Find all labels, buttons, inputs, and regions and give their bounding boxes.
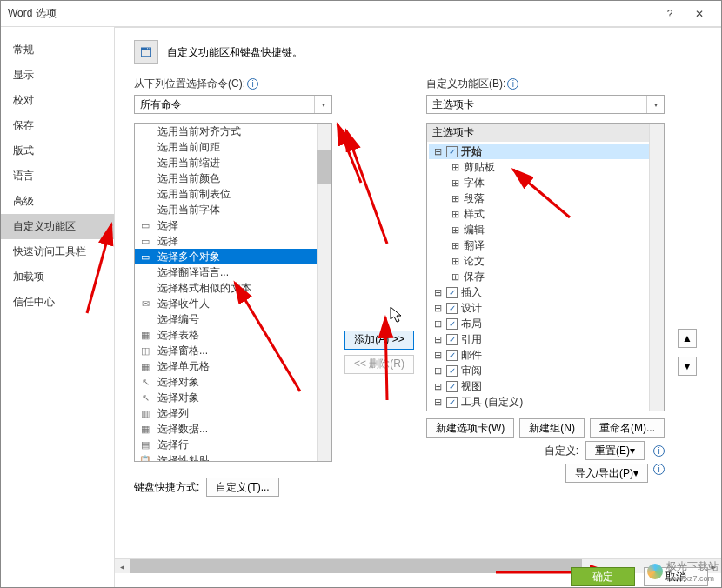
sidebar-item[interactable]: 语言 [1, 164, 114, 189]
new-tab-button[interactable]: 新建选项卡(W) [426, 418, 514, 438]
sidebar-item[interactable]: 加载项 [1, 264, 114, 290]
new-group-button[interactable]: 新建组(N) [519, 418, 585, 438]
import-export-dropdown[interactable]: 导入/导出(P) ▾ [565, 464, 648, 483]
remove-button[interactable]: << 删除(R) [344, 355, 414, 374]
expand-icon[interactable]: ⊞ [450, 240, 460, 251]
commands-source-dropdown[interactable]: 所有命令 ▾ [134, 95, 332, 114]
move-up-button[interactable]: ▲ [678, 329, 697, 348]
tree-node[interactable]: ⊞✓审阅 [429, 363, 662, 378]
scroll-thumb[interactable] [317, 150, 331, 184]
command-item[interactable]: ↖选择对象 [135, 390, 331, 405]
command-item[interactable]: 选用当前对齐方式 [135, 124, 331, 139]
expand-icon[interactable]: ⊞ [450, 271, 460, 283]
command-item[interactable]: ▦选择表格 [135, 327, 331, 343]
command-item[interactable]: 选择编号 [135, 311, 331, 327]
checkbox[interactable]: ✓ [446, 365, 458, 377]
command-item[interactable]: ▭选择▸ [135, 233, 331, 249]
scroll-left-icon[interactable]: ◂ [115, 559, 130, 574]
rename-button[interactable]: 重命名(M)... [590, 418, 665, 438]
expand-icon[interactable]: ⊟ [432, 146, 443, 157]
command-item[interactable]: ✉选择收件人▸ [135, 296, 331, 311]
checkbox[interactable]: ✓ [446, 146, 458, 157]
expand-icon[interactable]: ⊞ [432, 397, 443, 408]
expand-icon[interactable]: ⊞ [432, 318, 443, 330]
checkbox[interactable]: ✓ [446, 318, 458, 330]
command-item[interactable]: ▭选择▸ [135, 217, 331, 233]
command-item[interactable]: 选用当前字体 [135, 202, 331, 217]
tree-node[interactable]: ⊞保存 [429, 269, 662, 284]
checkbox[interactable]: ✓ [446, 397, 458, 408]
tree-node[interactable]: ⊞✓视图 [429, 378, 662, 394]
command-item[interactable]: 选用当前制表位 [135, 186, 331, 202]
expand-icon[interactable]: ⊞ [432, 381, 443, 392]
sidebar-item[interactable]: 信任中心 [1, 290, 114, 315]
commands-listbox[interactable]: 选用当前对齐方式选用当前间距选用当前缩进选用当前颜色选用当前制表位选用当前字体▭… [134, 123, 332, 462]
checkbox[interactable]: ✓ [446, 287, 458, 298]
tree-node[interactable]: ⊞✓引用 [429, 331, 662, 347]
expand-icon[interactable]: ⊞ [450, 224, 460, 236]
customize-kb-button[interactable]: 自定义(T)... [206, 478, 278, 497]
tree-node[interactable]: ⊞✓邮件 [429, 347, 662, 363]
command-item[interactable]: ▤选择行 [135, 437, 331, 452]
tree-node[interactable]: ⊞✓布局 [429, 316, 662, 331]
tree-node[interactable]: ⊟✓开始 [429, 144, 662, 159]
scroll-thumb[interactable] [130, 559, 582, 573]
tree-node[interactable]: ⊞✓设计 [429, 300, 662, 316]
command-item[interactable]: ▦选择单元格 [135, 358, 331, 374]
help-icon[interactable]: i [653, 445, 665, 457]
command-item[interactable]: 📋选择性粘贴... [135, 452, 331, 462]
help-icon[interactable]: i [507, 78, 518, 90]
sidebar-item[interactable]: 高级 [1, 189, 114, 214]
command-item[interactable]: 选用当前缩进 [135, 155, 331, 170]
scrollbar[interactable] [649, 124, 664, 411]
command-item[interactable]: 选择翻译语言... [135, 264, 331, 280]
expand-icon[interactable]: ⊞ [432, 334, 443, 345]
checkbox[interactable]: ✓ [446, 350, 458, 361]
expand-icon[interactable]: ⊞ [432, 350, 443, 361]
expand-icon[interactable]: ⊞ [432, 303, 443, 314]
tree-node[interactable]: ⊞样式 [429, 206, 662, 222]
sidebar-item[interactable]: 常规 [1, 37, 114, 63]
command-item[interactable]: ▦选择数据... [135, 421, 331, 437]
command-item[interactable]: ↖选择对象 [135, 374, 331, 390]
checkbox[interactable]: ✓ [446, 303, 458, 314]
sidebar-item[interactable]: 校对 [1, 88, 114, 113]
command-item[interactable]: 选用当前颜色 [135, 170, 331, 186]
ribbon-scope-dropdown[interactable]: 主选项卡 ▾ [426, 95, 665, 114]
add-button[interactable]: 添加(A) >> [344, 331, 413, 350]
reset-dropdown[interactable]: 重置(E) ▾ [585, 441, 645, 460]
sidebar-item[interactable]: 显示 [1, 63, 114, 88]
command-item[interactable]: ▭选择多个对象 [135, 249, 331, 264]
sidebar-item[interactable]: 自定义功能区 [1, 214, 114, 239]
sidebar-item[interactable]: 保存 [1, 113, 114, 138]
tree-node[interactable]: ⊞编辑 [429, 222, 662, 237]
checkbox[interactable]: ✓ [446, 334, 458, 345]
sidebar-item[interactable]: 版式 [1, 138, 114, 164]
sidebar-item[interactable]: 快速访问工具栏 [1, 239, 114, 264]
close-button[interactable]: ✕ [685, 4, 714, 23]
command-item[interactable]: 选择格式相似的文本 [135, 280, 331, 296]
help-button[interactable]: ? [655, 4, 685, 23]
tree-node[interactable]: ⊞翻译 [429, 237, 662, 253]
tree-node[interactable]: ⊞✓插入 [429, 284, 662, 300]
expand-icon[interactable]: ⊞ [450, 193, 460, 204]
help-icon[interactable]: i [653, 464, 665, 475]
tree-node[interactable]: ⊞论文 [429, 253, 662, 269]
ok-button[interactable]: 确定 [571, 567, 635, 586]
command-item[interactable]: ▥选择列 [135, 405, 331, 421]
ribbon-tree[interactable]: 主选项卡 ⊟✓开始⊞剪贴板⊞字体⊞段落⊞样式⊞编辑⊞翻译⊞论文⊞保存⊞✓插入⊞✓… [426, 123, 665, 411]
tree-node[interactable]: ⊞段落 [429, 190, 662, 206]
expand-icon[interactable]: ⊞ [432, 365, 443, 377]
tree-node[interactable]: ⊞✓工具 (自定义) [429, 394, 662, 410]
expand-icon[interactable]: ⊞ [450, 177, 460, 189]
help-icon[interactable]: i [247, 78, 258, 90]
expand-icon[interactable]: ⊞ [450, 209, 460, 220]
tree-node[interactable]: ⊞字体 [429, 175, 662, 190]
expand-icon[interactable]: ⊞ [432, 287, 443, 298]
expand-icon[interactable]: ⊞ [450, 162, 460, 173]
checkbox[interactable]: ✓ [446, 381, 458, 392]
move-down-button[interactable]: ▼ [678, 357, 697, 376]
command-item[interactable]: ◫选择窗格... [135, 343, 331, 358]
command-item[interactable]: 选用当前间距 [135, 139, 331, 155]
expand-icon[interactable]: ⊞ [450, 256, 460, 267]
